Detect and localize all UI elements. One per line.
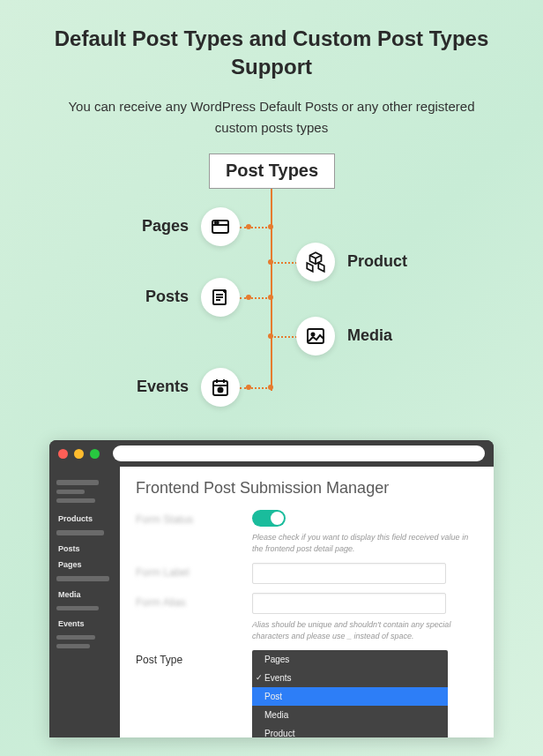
dot-product-center: [268, 259, 273, 265]
node-posts-label: Posts: [145, 288, 189, 306]
dot-posts-center: [268, 295, 273, 300]
browser-window: Products Posts Pages Media Events Fronte…: [49, 440, 494, 737]
dropdown-option-product[interactable]: Product: [252, 724, 448, 737]
sidebar-placeholder: [56, 606, 99, 610]
sidebar-placeholder: [56, 498, 95, 503]
dropdown-option-post[interactable]: Post: [252, 687, 448, 706]
dropdown-option-media[interactable]: Media: [252, 706, 448, 724]
sidebar-placeholder: [56, 644, 90, 648]
svg-point-11: [312, 333, 315, 335]
sidebar-placeholder: [56, 530, 104, 535]
posts-icon: [201, 278, 240, 317]
pages-icon: [201, 207, 240, 246]
post-types-box: Post Types: [209, 153, 335, 189]
dropdown-option-pages[interactable]: Pages: [252, 650, 448, 669]
node-pages: Pages: [142, 207, 240, 246]
sidebar-placeholder: [56, 635, 95, 640]
label-form-label: Form Label: [136, 563, 242, 579]
sidebar-item-posts[interactable]: Posts: [56, 540, 113, 556]
help-form-alias: Alias should be unique and shouldn't con…: [252, 619, 478, 641]
connector-product: [271, 262, 297, 264]
help-form-status: Please check if you want to display this…: [252, 532, 478, 554]
dot-media-center: [268, 333, 273, 339]
node-events: Events: [137, 368, 240, 407]
label-post-type: Post Type: [136, 650, 242, 666]
svg-point-2: [215, 221, 217, 223]
toggle-form-status[interactable]: [252, 510, 286, 527]
page-subheading: You can receive any WordPress Default Po…: [0, 89, 543, 149]
dropdown-post-type[interactable]: Pages Events Post Media Product: [252, 650, 448, 737]
connector-events: [240, 387, 271, 389]
dot-pages-outer: [246, 224, 251, 229]
node-media-label: Media: [347, 326, 392, 345]
sidebar-item-events[interactable]: Events: [56, 615, 113, 631]
dot-events-center: [268, 385, 273, 390]
media-icon: [296, 317, 335, 356]
row-form-label: Form Label: [136, 563, 478, 584]
sidebar-placeholder: [56, 490, 85, 494]
node-product-label: Product: [347, 252, 407, 271]
panel-title: Frontend Post Submission Manager: [136, 479, 478, 498]
node-posts: Posts: [145, 278, 240, 317]
node-events-label: Events: [137, 378, 189, 396]
product-icon: [296, 243, 335, 281]
row-form-status: Form Status Please check if you want to …: [136, 510, 478, 554]
node-pages-label: Pages: [142, 217, 189, 236]
sidebar-item-pages[interactable]: Pages: [56, 556, 113, 572]
label-form-status: Form Status: [136, 510, 242, 526]
row-post-type: Post Type Pages Events Post Media Produc…: [136, 650, 478, 737]
window-maximize-icon[interactable]: [90, 449, 100, 459]
node-media: Media: [296, 317, 392, 356]
window-close-icon[interactable]: [58, 449, 68, 459]
dropdown-option-events[interactable]: Events: [252, 669, 448, 687]
page-heading: Default Post Types and Custom Post Types…: [0, 0, 543, 89]
dot-events-outer: [246, 385, 251, 390]
sidebar: Products Posts Pages Media Events: [49, 467, 120, 737]
titlebar: [49, 440, 494, 467]
node-product: Product: [296, 243, 407, 281]
post-types-diagram: Post Types Pages Product Posts Media: [0, 149, 543, 418]
dot-pages-center: [268, 224, 273, 229]
dot-posts-outer: [246, 295, 251, 300]
sidebar-item-media[interactable]: Media: [56, 586, 113, 602]
app-frame: Products Posts Pages Media Events Fronte…: [49, 467, 494, 737]
diagram-vertical-line: [271, 189, 272, 391]
svg-point-16: [219, 387, 223, 392]
row-form-alias: Form Alias Alias should be unique and sh…: [136, 593, 478, 641]
input-form-label[interactable]: [252, 563, 446, 584]
window-minimize-icon[interactable]: [74, 449, 84, 459]
url-bar[interactable]: [113, 445, 485, 461]
svg-point-3: [217, 221, 219, 223]
sidebar-placeholder: [56, 576, 109, 581]
connector-media: [271, 336, 297, 338]
post-types-box-label: Post Types: [226, 161, 318, 181]
sidebar-placeholder: [56, 480, 99, 485]
connector-posts: [240, 297, 271, 299]
main-panel: Frontend Post Submission Manager Form St…: [120, 467, 494, 737]
label-form-alias: Form Alias: [136, 593, 242, 609]
connector-pages: [240, 227, 271, 228]
sidebar-item-products[interactable]: Products: [56, 510, 113, 526]
input-form-alias[interactable]: [252, 593, 446, 614]
events-icon: [201, 368, 240, 407]
